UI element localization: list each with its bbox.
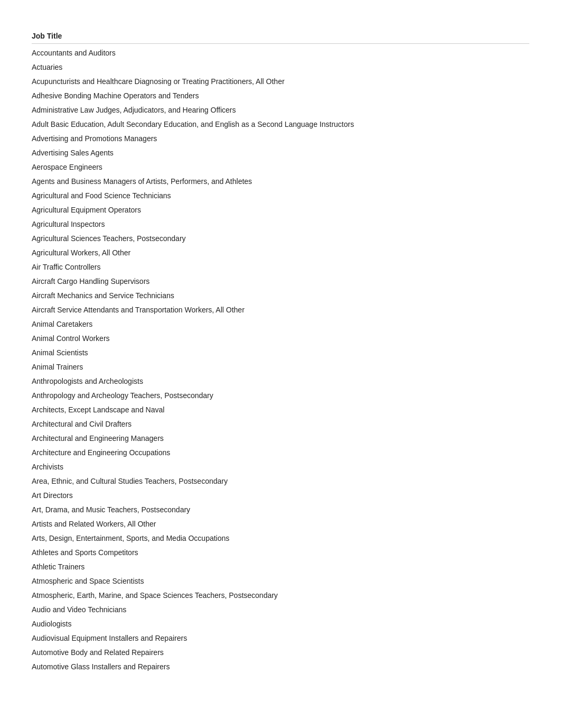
list-item: Agricultural Equipment Operators (32, 203, 529, 217)
list-item: Animal Trainers (32, 360, 529, 374)
list-item: Art, Drama, and Music Teachers, Postseco… (32, 503, 529, 517)
list-item: Atmospheric, Earth, Marine, and Space Sc… (32, 588, 529, 603)
list-item: Architecture and Engineering Occupations (32, 446, 529, 460)
list-item: Anthropologists and Archeologists (32, 374, 529, 389)
list-item: Athletic Trainers (32, 560, 529, 574)
list-item: Arts, Design, Entertainment, Sports, and… (32, 531, 529, 546)
list-item: Adhesive Bonding Machine Operators and T… (32, 89, 529, 103)
list-item: Area, Ethnic, and Cultural Studies Teach… (32, 474, 529, 489)
list-item: Agricultural Sciences Teachers, Postseco… (32, 232, 529, 246)
list-item: Artists and Related Workers, All Other (32, 517, 529, 531)
list-item: Audiologists (32, 617, 529, 631)
list-item: Agricultural Inspectors (32, 217, 529, 232)
list-item: Aerospace Engineers (32, 160, 529, 174)
list-item: Atmospheric and Space Scientists (32, 574, 529, 588)
list-item: Advertising and Promotions Managers (32, 132, 529, 146)
list-item: Archivists (32, 460, 529, 474)
list-item: Anthropology and Archeology Teachers, Po… (32, 389, 529, 403)
list-item: Animal Caretakers (32, 317, 529, 331)
list-item: Automotive Body and Related Repairers (32, 646, 529, 660)
list-item: Agents and Business Managers of Artists,… (32, 174, 529, 189)
list-item: Animal Scientists (32, 346, 529, 360)
list-item: Agricultural Workers, All Other (32, 246, 529, 260)
list-item: Aircraft Service Attendants and Transpor… (32, 303, 529, 317)
list-item: Architects, Except Landscape and Naval (32, 403, 529, 417)
list-item: Aircraft Mechanics and Service Technicia… (32, 289, 529, 303)
job-title-table: Job Title Accountants and AuditorsActuar… (32, 32, 529, 674)
list-item: Administrative Law Judges, Adjudicators,… (32, 103, 529, 117)
job-list: Accountants and AuditorsActuariesAcupunc… (32, 46, 529, 674)
list-item: Art Directors (32, 489, 529, 503)
list-item: Audiovisual Equipment Installers and Rep… (32, 631, 529, 646)
job-title-column-header: Job Title (32, 32, 62, 40)
list-item: Advertising Sales Agents (32, 146, 529, 160)
list-item: Architectural and Engineering Managers (32, 431, 529, 446)
list-item: Architectural and Civil Drafters (32, 417, 529, 431)
table-header: Job Title (32, 32, 529, 44)
list-item: Automotive Glass Installers and Repairer… (32, 660, 529, 674)
list-item: Aircraft Cargo Handling Supervisors (32, 274, 529, 289)
list-item: Animal Control Workers (32, 331, 529, 346)
list-item: Agricultural and Food Science Technician… (32, 189, 529, 203)
list-item: Athletes and Sports Competitors (32, 546, 529, 560)
list-item: Actuaries (32, 60, 529, 75)
list-item: Acupuncturists and Healthcare Diagnosing… (32, 75, 529, 89)
list-item: Audio and Video Technicians (32, 603, 529, 617)
list-item: Air Traffic Controllers (32, 260, 529, 274)
list-item: Adult Basic Education, Adult Secondary E… (32, 117, 529, 132)
list-item: Accountants and Auditors (32, 46, 529, 60)
